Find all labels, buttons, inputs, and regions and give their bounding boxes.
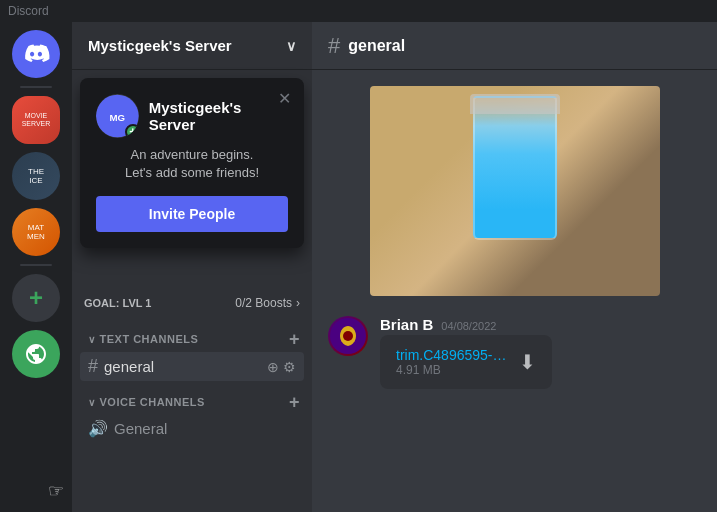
chat-image-container: [328, 86, 701, 296]
server-header-chevron-icon: ∨: [286, 38, 296, 54]
voice-channel-general[interactable]: 🔊 General: [80, 415, 304, 442]
popup-add-friend-icon: +: [125, 124, 139, 138]
main-content: # general: [312, 22, 717, 512]
svg-point-3: [343, 331, 353, 341]
channel-sidebar: Mysticgeek's Server ∨ ✕ MG +: [72, 22, 312, 512]
vikings-avatar: [328, 316, 368, 356]
server-icon-ice[interactable]: THEICE: [12, 152, 60, 200]
add-voice-channel-button[interactable]: +: [289, 393, 300, 411]
boost-goal-label: GOAL: LVL 1: [84, 297, 151, 309]
text-channels-chevron-icon: ∨: [88, 334, 96, 345]
voice-channels-header-left: ∨ VOICE CHANNELS: [88, 396, 205, 408]
cursor-indicator: ☞: [48, 480, 64, 502]
add-text-channel-button[interactable]: +: [289, 330, 300, 348]
server-mat-label: MATMEN: [27, 223, 45, 241]
boost-goal[interactable]: GOAL: LVL 1 0/2 Boosts ›: [72, 288, 312, 318]
channel-header-hash-icon: #: [328, 33, 340, 59]
voice-channels-header[interactable]: ∨ VOICE CHANNELS +: [80, 389, 304, 415]
text-channels-section: ∨ TEXT CHANNELS + # general ⊕ ⚙: [72, 326, 312, 381]
popup-close-button[interactable]: ✕: [274, 88, 294, 108]
server-icon-mat[interactable]: MATMEN: [12, 208, 60, 256]
channel-name-general: general: [104, 358, 154, 375]
add-member-icon[interactable]: ⊕: [267, 359, 279, 375]
add-server-button[interactable]: +: [12, 274, 60, 322]
popup-description: An adventure begins. Let's add some frie…: [96, 146, 288, 182]
server-popup: ✕ MG + Mysticgeek's Server: [80, 78, 304, 248]
message-timestamp-brian: 04/08/2022: [441, 320, 496, 332]
popup-server-avatar: MG +: [96, 94, 139, 138]
channel-item-general-actions: ⊕ ⚙: [267, 359, 296, 375]
message-content-brian: Brian B 04/08/2022 trim.C4896595-… 4.91 …: [380, 316, 701, 389]
server-icon-movie[interactable]: MOVIESERVER: [12, 96, 60, 144]
text-channels-label: TEXT CHANNELS: [100, 333, 199, 345]
discord-home-button[interactable]: [12, 30, 60, 78]
download-icon[interactable]: ⬇: [519, 350, 536, 374]
message-avatar-brian: [328, 316, 368, 356]
message-attachment: trim.C4896595-… 4.91 MB ⬇: [380, 335, 552, 389]
server-ice-label: THEICE: [28, 167, 44, 185]
messages-area: Brian B 04/08/2022 trim.C4896595-… 4.91 …: [312, 70, 717, 512]
app-layout: MOVIESERVER THEICE MATMEN +: [0, 22, 717, 512]
message-brian: Brian B 04/08/2022 trim.C4896595-… 4.91 …: [328, 312, 701, 393]
channel-header: # general: [312, 22, 717, 70]
channel-header-name: general: [348, 37, 405, 55]
app-title: Discord: [8, 4, 49, 18]
attachment-name[interactable]: trim.C4896595-…: [396, 347, 507, 363]
attachment-info: trim.C4896595-… 4.91 MB: [396, 347, 507, 377]
server-divider: [20, 86, 52, 88]
title-bar: Discord: [0, 0, 717, 22]
invite-people-button[interactable]: Invite People: [96, 196, 288, 232]
channel-item-general[interactable]: # general ⊕ ⚙: [80, 352, 304, 381]
channel-hash-icon: #: [88, 356, 98, 377]
server-item-wrapper-3: MATMEN: [12, 208, 60, 256]
voice-channels-section: ∨ VOICE CHANNELS + 🔊 General: [72, 389, 312, 442]
voice-channels-label: VOICE CHANNELS: [100, 396, 205, 408]
speaker-icon: 🔊: [88, 419, 108, 438]
server-divider-2: [20, 264, 52, 266]
popup-desc-line2: Let's add some friends!: [125, 165, 259, 180]
settings-icon[interactable]: ⚙: [283, 359, 296, 375]
server-header[interactable]: Mysticgeek's Server ∨: [72, 22, 312, 70]
popup-desc-line1: An adventure begins.: [131, 147, 254, 162]
add-server-icon: +: [29, 284, 43, 312]
text-channels-header-left: ∨ TEXT CHANNELS: [88, 333, 198, 345]
message-author-brian: Brian B: [380, 316, 433, 333]
server-movie-label: MOVIESERVER: [22, 112, 51, 129]
popup-server-name: Mysticgeek's Server: [149, 99, 288, 133]
voice-channel-general-name: General: [114, 420, 167, 437]
server-item-wrapper-2: THEICE: [12, 152, 60, 200]
channel-item-general-left: # general: [88, 356, 154, 377]
boost-goal-value: 0/2 Boosts ›: [235, 296, 300, 310]
server-item-wrapper-1: MOVIESERVER: [12, 96, 60, 144]
close-icon: ✕: [278, 89, 291, 108]
server-name: Mysticgeek's Server: [88, 37, 232, 54]
message-header-brian: Brian B 04/08/2022: [380, 316, 701, 333]
text-channels-header[interactable]: ∨ TEXT CHANNELS +: [80, 326, 304, 352]
chat-image-blue-drink: [370, 86, 660, 296]
popup-header-row: MG + Mysticgeek's Server: [96, 94, 288, 138]
explore-button[interactable]: [12, 330, 60, 378]
server-sidebar: MOVIESERVER THEICE MATMEN +: [0, 22, 72, 512]
voice-channels-chevron-icon: ∨: [88, 397, 96, 408]
svg-text:MG: MG: [110, 112, 126, 123]
attachment-size: 4.91 MB: [396, 363, 507, 377]
boost-chevron-icon: ›: [296, 296, 300, 310]
